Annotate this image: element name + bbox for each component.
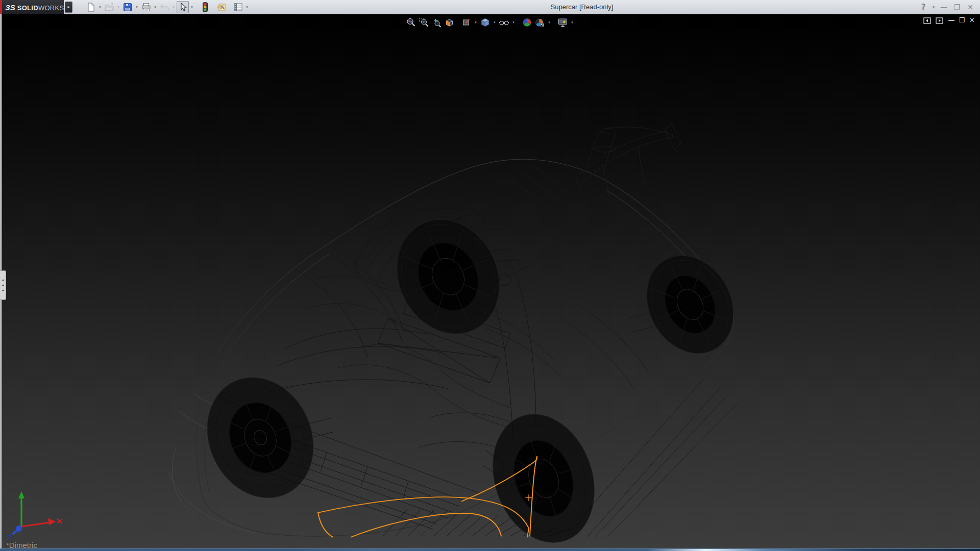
file-properties-icon	[217, 3, 227, 12]
traffic-light-icon	[202, 2, 208, 12]
logo-text: ЗSSOLIDWORKS	[5, 3, 64, 12]
select-cursor-icon	[179, 3, 187, 12]
apply-scene-caret[interactable]: ▾	[547, 20, 552, 24]
new-dropdown-caret[interactable]: ▾	[97, 1, 103, 13]
title-bar: ЗSSOLIDWORKS ▸ ▾ ▾	[0, 0, 980, 14]
undo-icon	[160, 3, 169, 12]
minimize-button[interactable]: —	[938, 3, 949, 11]
y-axis-arrow	[18, 491, 24, 498]
solidworks-logo: ЗSSOLIDWORKS	[0, 0, 64, 14]
view-settings-icon	[558, 17, 568, 28]
annotation-views-icon	[461, 17, 472, 28]
close-document-button[interactable]: ✕	[969, 15, 975, 26]
help-button[interactable]: ?	[918, 3, 929, 12]
z-axis-head	[16, 525, 22, 532]
help-dropdown-caret[interactable]: ▾	[931, 5, 936, 10]
options-checklist-icon	[233, 3, 243, 12]
view-settings-button[interactable]	[557, 16, 569, 29]
open-dropdown-caret[interactable]: ▾	[115, 1, 121, 13]
view-orientation-cube-icon	[480, 17, 491, 28]
minimize-document-button[interactable]: —	[948, 15, 954, 26]
x-axis-arrow	[48, 518, 56, 525]
print-icon	[141, 3, 151, 12]
file-properties-button[interactable]	[215, 1, 228, 13]
zoom-to-area-icon	[419, 17, 429, 28]
x-axis-label-mark	[57, 519, 62, 523]
view-orientation-caret[interactable]: ▾	[492, 20, 498, 24]
wheel-rear-left	[379, 204, 517, 349]
restore-document-button[interactable]: ❐	[959, 15, 965, 26]
view-orientation-button[interactable]	[479, 16, 492, 29]
apply-scene-button[interactable]	[534, 16, 546, 29]
print-dropdown-caret[interactable]: ▾	[152, 1, 158, 13]
open-folder-icon	[105, 3, 114, 12]
document-window-controls: — ❐ ✕	[923, 15, 975, 26]
zoom-to-fit-icon	[406, 17, 416, 28]
model-canvas[interactable]	[0, 14, 980, 548]
previous-view-button[interactable]	[431, 16, 443, 29]
restore-button[interactable]: ❐	[951, 3, 963, 11]
document-title: Supercar [Read-only]	[510, 0, 653, 14]
logo-accent-stripe	[0, 0, 2, 14]
rebuild-button[interactable]	[199, 1, 211, 13]
undo-dropdown-caret[interactable]: ▾	[170, 1, 177, 13]
annotation-views-button[interactable]	[460, 16, 473, 29]
taskbar-edge	[0, 548, 980, 551]
save-button[interactable]	[121, 1, 134, 13]
section-view-icon	[445, 17, 455, 28]
hide-show-items-button[interactable]	[498, 16, 510, 29]
flyout-arrow: ◂	[2, 289, 4, 292]
main-toolbar: ▾ ▾ ▾	[85, 1, 250, 13]
expand-task-pane-button[interactable]	[936, 17, 943, 24]
graphics-viewport[interactable]: ▾ ▾ ▾	[0, 14, 980, 548]
undo-button[interactable]	[158, 1, 170, 13]
select-tool-button[interactable]	[177, 1, 189, 13]
wheel-rear-right	[630, 241, 749, 367]
appearance-sphere-icon	[522, 17, 532, 28]
zoom-to-area-button[interactable]	[418, 16, 430, 29]
reference-triad: Z	[1, 489, 67, 542]
heads-up-view-toolbar: ▾ ▾ ▾	[405, 16, 575, 29]
save-floppy-icon	[123, 3, 132, 12]
print-button[interactable]	[140, 1, 152, 13]
wheel-front-left	[189, 362, 331, 513]
edit-appearance-button[interactable]	[521, 16, 533, 29]
flyout-arrow: ◂	[2, 279, 4, 282]
menu-flyout-arrow[interactable]: ▸	[65, 2, 72, 13]
annotation-views-caret[interactable]: ▾	[473, 20, 479, 24]
new-document-icon	[86, 3, 95, 12]
save-dropdown-caret[interactable]: ▾	[134, 1, 140, 13]
flyout-arrow: ◂	[2, 284, 4, 287]
ds-logo-mark: ЗS	[5, 3, 15, 12]
collapse-feature-pane-button[interactable]	[923, 17, 931, 24]
window-controls: ? ▾ — ❐ ✕	[918, 0, 976, 14]
open-button[interactable]	[103, 1, 115, 13]
hide-show-items-caret[interactable]: ▾	[511, 20, 517, 24]
select-dropdown-caret[interactable]: ▾	[189, 1, 195, 13]
apply-scene-icon	[535, 17, 545, 28]
options-dropdown-caret[interactable]: ▾	[244, 1, 250, 13]
section-view-button[interactable]	[444, 16, 456, 29]
car-wireframe	[168, 123, 750, 548]
view-settings-caret[interactable]: ▾	[570, 20, 575, 24]
solidworks-window: ЗSSOLIDWORKS ▸ ▾ ▾	[0, 0, 980, 551]
previous-view-icon	[432, 17, 442, 28]
zoom-to-fit-button[interactable]	[405, 16, 418, 29]
options-button[interactable]	[232, 1, 244, 13]
new-document-button[interactable]	[85, 1, 97, 13]
feature-pane-flyout-tab[interactable]: ◂ ◂ ◂	[0, 270, 6, 300]
close-button[interactable]: ✕	[965, 3, 976, 11]
eyeglasses-icon	[499, 17, 509, 28]
